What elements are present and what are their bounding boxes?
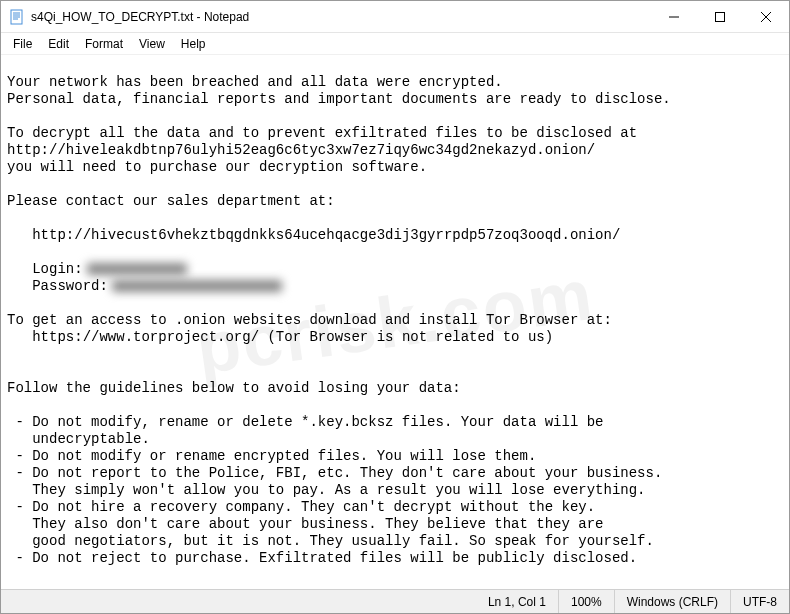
menu-file[interactable]: File <box>5 35 40 53</box>
text-line: They also don't care about your business… <box>7 516 604 532</box>
text-line: Personal data, financial reports and imp… <box>7 91 671 107</box>
text-line: you will need to purchase our decryption… <box>7 159 427 175</box>
text-line: http://hiveleakdbtnp76ulyhi52eag6c6tyc3x… <box>7 142 595 158</box>
minimize-button[interactable] <box>651 1 697 32</box>
notepad-icon <box>9 9 25 25</box>
text-line: - Do not report to the Police, FBI, etc.… <box>7 465 662 481</box>
text-line: Password: <box>7 278 108 294</box>
text-content[interactable]: pcrisk.comYour network has been breached… <box>1 55 789 589</box>
text-line: Your network has been breached and all d… <box>7 74 503 90</box>
maximize-button[interactable] <box>697 1 743 32</box>
window-controls <box>651 1 789 32</box>
menu-help[interactable]: Help <box>173 35 214 53</box>
text-line: - Do not hire a recovery company. They c… <box>7 499 595 515</box>
svg-rect-6 <box>716 12 725 21</box>
text-line: Follow the guidelines below to avoid los… <box>7 380 461 396</box>
text-line: - Do not modify or rename encrypted file… <box>7 448 536 464</box>
window-title: s4Qi_HOW_TO_DECRYPT.txt - Notepad <box>31 10 651 24</box>
text-line: Please contact our sales department at: <box>7 193 335 209</box>
menu-view[interactable]: View <box>131 35 173 53</box>
statusbar: Ln 1, Col 1 100% Windows (CRLF) UTF-8 <box>1 589 789 613</box>
text-line: https://www.torproject.org/ (Tor Browser… <box>7 329 553 345</box>
close-button[interactable] <box>743 1 789 32</box>
redacted-login <box>87 263 187 275</box>
text-line: undecryptable. <box>7 431 150 447</box>
status-lineending: Windows (CRLF) <box>614 590 730 613</box>
text-line: Login: <box>7 261 83 277</box>
text-line: - Do not reject to purchase. Exfiltrated… <box>7 550 637 566</box>
status-position: Ln 1, Col 1 <box>476 590 558 613</box>
menubar: File Edit Format View Help <box>1 33 789 55</box>
text-line: To decrypt all the data and to prevent e… <box>7 125 637 141</box>
text-line: They simply won't allow you to pay. As a… <box>7 482 646 498</box>
titlebar: s4Qi_HOW_TO_DECRYPT.txt - Notepad <box>1 1 789 33</box>
text-line: http://hivecust6vhekztbqgdnkks64ucehqacg… <box>7 227 620 243</box>
status-encoding: UTF-8 <box>730 590 789 613</box>
text-line: To get an access to .onion websites down… <box>7 312 612 328</box>
status-zoom: 100% <box>558 590 614 613</box>
menu-edit[interactable]: Edit <box>40 35 77 53</box>
text-line: good negotiators, but it is not. They us… <box>7 533 654 549</box>
redacted-password <box>112 280 282 292</box>
menu-format[interactable]: Format <box>77 35 131 53</box>
text-line: - Do not modify, rename or delete *.key.… <box>7 414 604 430</box>
